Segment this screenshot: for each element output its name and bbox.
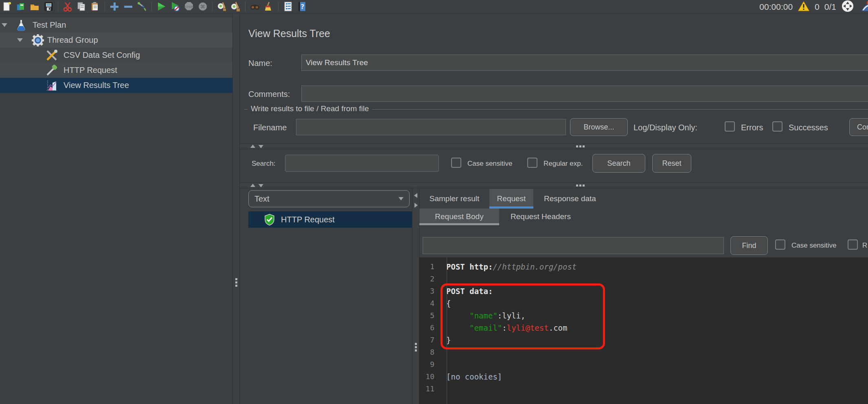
collapse-left-icon[interactable] <box>414 193 417 198</box>
toolbar-separator <box>278 2 278 11</box>
gutter-divider <box>447 257 447 404</box>
tree-item-test-plan[interactable]: Test Plan <box>0 18 232 33</box>
paste-icon[interactable] <box>88 0 102 13</box>
results-splitter-bottom[interactable] <box>240 182 868 188</box>
successes-label: Successes <box>789 123 828 132</box>
find-input[interactable] <box>423 237 724 254</box>
expander-icon[interactable] <box>17 38 23 42</box>
templates-icon[interactable] <box>14 0 28 13</box>
copy-icon[interactable] <box>75 0 88 13</box>
reset-button[interactable]: Reset <box>652 154 691 173</box>
find-case-sensitive-label: Case sensitive <box>791 242 837 250</box>
navigation-compass-icon[interactable] <box>841 0 854 14</box>
start-no-timers-icon[interactable] <box>168 0 182 13</box>
tree-main-splitter[interactable] <box>232 13 240 404</box>
tree-item-http-request[interactable]: HTTP Request <box>0 63 232 78</box>
result-item-http-request[interactable]: HTTP Request <box>248 211 412 228</box>
search-regular-exp-label: Regular exp. <box>544 160 583 168</box>
stop-icon[interactable]: STOP <box>182 0 196 13</box>
name-label: Name: <box>248 59 272 68</box>
remove-icon[interactable] <box>121 0 135 13</box>
find-regular-exp-checkbox[interactable] <box>848 239 858 250</box>
code-line: 5 "name":lyli, <box>419 310 868 322</box>
find-case-sensitive-checkbox[interactable] <box>775 239 785 250</box>
search-icon[interactable] <box>248 0 262 13</box>
tab-request-headers[interactable]: Request Headers <box>499 209 582 225</box>
tab-response-data[interactable]: Response data <box>533 189 607 209</box>
toolbar-separator <box>105 2 105 11</box>
code-text: : <box>502 323 506 332</box>
collapse-up-icon[interactable] <box>250 184 255 187</box>
code-line: 11 <box>419 383 868 395</box>
open-file-icon[interactable] <box>28 0 42 13</box>
splitter-grip[interactable] <box>576 184 585 187</box>
line-number: 10 <box>419 371 441 383</box>
duplicate-icon[interactable] <box>135 0 149 13</box>
errors-checkbox[interactable] <box>725 121 735 132</box>
view-mode-dropdown[interactable]: Text <box>248 190 410 207</box>
warning-triangle-icon[interactable] <box>798 0 810 13</box>
results-tabs-splitter[interactable] <box>412 188 419 404</box>
code-line: 6 "email":lyli@test.com <box>419 322 868 334</box>
tree-item-view-results-tree[interactable]: View Results Tree <box>0 78 232 93</box>
search-case-sensitive-label: Case sensitive <box>467 160 513 168</box>
tab-request[interactable]: Request <box>489 189 533 209</box>
search-regular-exp-checkbox[interactable] <box>527 158 537 168</box>
test-plan-icon <box>15 19 27 33</box>
collapse-right-icon[interactable] <box>414 203 418 208</box>
browse-button[interactable]: Browse... <box>570 118 628 136</box>
elapsed-timer: 00:00:00 <box>759 2 793 12</box>
name-input[interactable] <box>301 55 868 71</box>
tab-request-body[interactable]: Request Body <box>419 209 499 225</box>
collapse-up-icon[interactable] <box>250 145 255 148</box>
svg-text:STOP: STOP <box>185 5 193 9</box>
search-input[interactable] <box>285 155 439 172</box>
line-number: 8 <box>419 346 441 358</box>
new-file-icon[interactable] <box>0 0 14 13</box>
comments-input[interactable] <box>301 86 868 102</box>
clear-all-icon[interactable] <box>229 0 243 13</box>
tab-sampler-result[interactable]: Sampler result <box>419 189 489 209</box>
code-line: 7} <box>419 334 868 346</box>
start-icon[interactable] <box>154 0 168 13</box>
configure-button[interactable]: Con <box>849 118 868 136</box>
code-line: 1POST http://httpbin.org/post <box>419 261 868 273</box>
toolbar-separator <box>58 2 58 11</box>
save-icon[interactable] <box>42 0 55 13</box>
code-text <box>446 311 469 320</box>
splitter-grip[interactable] <box>576 145 585 147</box>
splitter-grip[interactable] <box>415 343 417 351</box>
results-splitter-top[interactable] <box>240 143 868 149</box>
tree-item-label: CSV Data Set Config <box>64 50 140 60</box>
reset-search-icon[interactable] <box>262 0 276 13</box>
line-number: 6 <box>419 322 441 334</box>
collapse-down-icon[interactable] <box>259 145 263 148</box>
filename-input[interactable] <box>296 119 566 135</box>
successes-checkbox[interactable] <box>772 121 783 132</box>
find-regular-exp-label: R <box>862 242 867 250</box>
clear-icon[interactable] <box>215 0 229 13</box>
errors-label: Errors <box>741 123 763 132</box>
splitter-grip[interactable] <box>235 278 237 287</box>
tree-item-thread-group[interactable]: Thread Group <box>0 33 232 48</box>
line-number: 3 <box>419 285 441 297</box>
request-body-editor[interactable]: 1POST http://httpbin.org/post 2 3POST da… <box>419 257 868 404</box>
line-number: 7 <box>419 334 441 346</box>
cut-icon[interactable] <box>61 0 75 13</box>
chevron-down-icon <box>399 197 403 200</box>
jmeter-logo-icon <box>859 0 868 14</box>
find-button[interactable]: Find <box>730 236 768 255</box>
tree-item-label: Thread Group <box>47 35 98 45</box>
function-helper-icon[interactable] <box>281 0 295 13</box>
tree-item-csv-data-set-config[interactable]: CSV Data Set Config <box>0 48 232 63</box>
toolbar-separator <box>212 2 213 11</box>
shutdown-icon[interactable] <box>196 0 210 13</box>
help-icon[interactable]: ? <box>295 0 309 13</box>
groupbox-title: Write results to file / Read from file <box>248 104 372 113</box>
collapse-down-icon[interactable] <box>259 184 263 187</box>
search-case-sensitive-checkbox[interactable] <box>451 158 461 168</box>
search-button[interactable]: Search <box>592 154 645 173</box>
expander-icon[interactable] <box>2 23 7 27</box>
code-text: .com <box>549 323 568 332</box>
add-icon[interactable] <box>107 0 121 13</box>
